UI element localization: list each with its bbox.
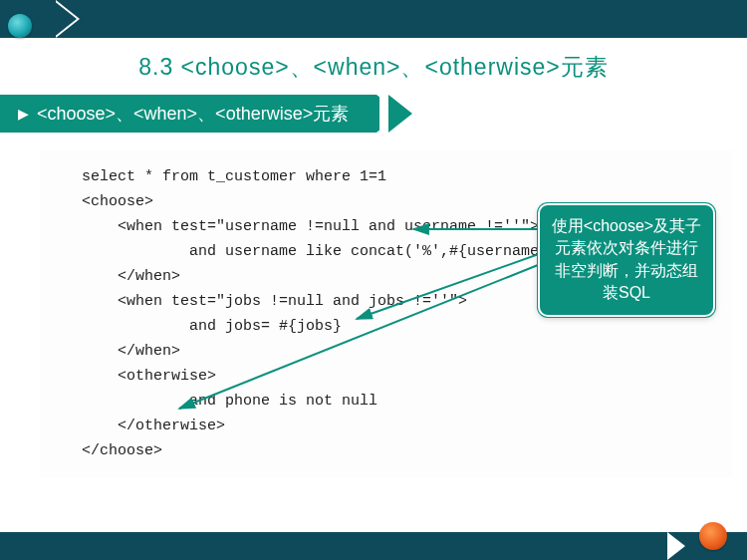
code-line: </when>: [82, 339, 732, 364]
top-bar: [0, 0, 747, 38]
code-line: and phone is not null: [82, 389, 732, 414]
slide-title: 8.3 <choose>、<when>、<otherwise>元素: [0, 38, 747, 91]
callout-box: 使用<choose>及其子元素依次对条件进行非空判断，并动态组装SQL: [538, 203, 715, 317]
code-line: select * from t_customer where 1=1: [82, 164, 732, 189]
code-line: and jobs= #{jobs}: [82, 314, 732, 339]
chevron-decoration: [56, 0, 80, 38]
code-line: </otherwise>: [82, 414, 732, 438]
section-banner: ▶ <choose>、<when>、<otherwise>元素: [0, 95, 747, 133]
bottom-bar: [0, 532, 747, 560]
section-label: <choose>、<when>、<otherwise>元素: [37, 102, 349, 126]
code-line: </choose>: [82, 438, 732, 463]
triangle-bullet-icon: ▶: [18, 106, 29, 122]
bullet-top-left-icon: [8, 14, 32, 38]
code-line: <otherwise>: [82, 364, 732, 389]
bullet-bottom-right-icon: [699, 522, 727, 550]
